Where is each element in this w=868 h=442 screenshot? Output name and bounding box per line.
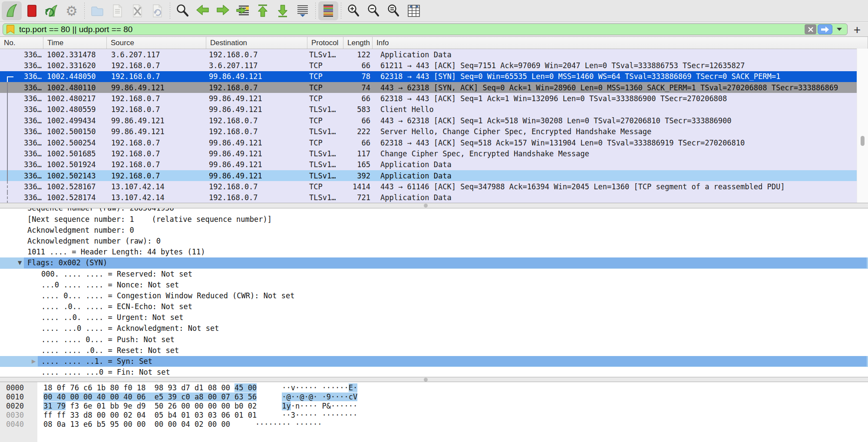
packet-row[interactable]: 336…1002.448050192.168.0.799.86.49.121TC… bbox=[0, 71, 868, 82]
resize-columns-button[interactable] bbox=[404, 1, 424, 20]
hex-bytes[interactable]: 00 40 00 00 40 00 40 06 e5 39 c0 a8 00 0… bbox=[43, 393, 257, 402]
detail-line[interactable]: ▼Flags: 0x002 (SYN) bbox=[0, 257, 868, 268]
packet-cell-destination: 3.6.207.117 bbox=[206, 61, 307, 70]
packet-list-scrollbar[interactable] bbox=[857, 49, 868, 203]
column-header-time[interactable]: Time bbox=[43, 37, 107, 49]
find-packet-button[interactable] bbox=[173, 1, 193, 20]
packet-cell-source: 192.168.0.7 bbox=[107, 105, 206, 114]
zoom-out-button[interactable] bbox=[364, 1, 384, 20]
detail-line[interactable]: .... .0.. .... = ECN-Echo: Not set bbox=[0, 301, 868, 312]
packet-cell-info: Application Data bbox=[373, 172, 868, 180]
packet-row[interactable]: 336…1002.502143192.168.0.799.86.49.121TL… bbox=[0, 170, 868, 181]
start-capture-button[interactable] bbox=[2, 1, 22, 20]
packet-cell-time: 1002.331620 bbox=[43, 61, 107, 70]
go-forward-button[interactable] bbox=[213, 1, 233, 20]
packet-list-pane: No.TimeSourceDestinationProtocolLengthIn… bbox=[0, 37, 868, 203]
packet-row[interactable]: 336…1002.52816713.107.42.14192.168.0.7TC… bbox=[0, 181, 868, 192]
column-header-destination[interactable]: Destination bbox=[206, 37, 307, 49]
detail-line[interactable]: ...0 .... .... = Nonce: Not set bbox=[0, 280, 868, 290]
packet-row[interactable]: 336…1002.331620192.168.0.73.6.207.117TCP… bbox=[0, 60, 868, 71]
splitter-handle-icon[interactable] bbox=[424, 378, 428, 382]
detail-line[interactable]: .... ..0. .... = Urgent: Not set bbox=[0, 312, 868, 323]
packet-list-header: No.TimeSourceDestinationProtocolLengthIn… bbox=[0, 37, 868, 49]
column-header-no[interactable]: No. bbox=[0, 37, 43, 49]
go-to-packet-button[interactable] bbox=[233, 1, 253, 20]
packet-cell-info: Application Data bbox=[373, 50, 868, 59]
stop-capture-button[interactable] bbox=[22, 1, 42, 20]
packet-row[interactable]: 336…1002.501924192.168.0.799.86.49.121TL… bbox=[0, 159, 868, 170]
packet-row[interactable]: 336…1002.50015099.86.49.121192.168.0.7TL… bbox=[0, 126, 868, 137]
packet-row[interactable]: 336…1002.480559192.168.0.799.86.49.121TL… bbox=[0, 104, 868, 115]
packet-cell-length: 78 bbox=[343, 72, 373, 81]
hex-bytes[interactable]: 18 0f 76 c6 1b 80 f0 18 98 93 d7 d1 08 0… bbox=[43, 383, 257, 393]
open-file-button[interactable] bbox=[87, 1, 107, 20]
detail-line[interactable]: ▶.... .... ..1. = Syn: Set bbox=[0, 356, 868, 367]
packet-cell-length: 165 bbox=[343, 160, 373, 169]
colorize-packets-button[interactable] bbox=[318, 1, 338, 20]
close-file-button[interactable] bbox=[127, 1, 147, 20]
packet-row[interactable]: 336…1002.500254192.168.0.799.86.49.121TC… bbox=[0, 137, 868, 148]
hex-bytes[interactable]: 31 79 f3 6e 01 bb 9e d9 50 26 00 00 00 0… bbox=[43, 402, 257, 411]
hex-row[interactable]: 000018 0f 76 c6 1b 80 f0 18 98 93 d7 d1 … bbox=[0, 383, 868, 393]
column-header-protocol[interactable]: Protocol bbox=[307, 37, 343, 49]
detail-line[interactable]: Acknowledgment number: 0 bbox=[0, 225, 868, 236]
pane-splitter-bottom[interactable] bbox=[0, 377, 868, 382]
wireshark-window: ⚙ bbox=[0, 0, 868, 442]
add-filter-button[interactable]: + bbox=[851, 23, 863, 37]
detail-line[interactable]: .... .... ...0 = Fin: Not set bbox=[0, 367, 868, 377]
detail-line[interactable]: 000. .... .... = Reserved: Not set bbox=[0, 269, 868, 280]
detail-line[interactable]: .... .... 0... = Push: Not set bbox=[0, 334, 868, 345]
packet-row[interactable]: 336…1002.48011099.86.49.121192.168.0.7TC… bbox=[0, 82, 868, 93]
column-header-length[interactable]: Length bbox=[343, 37, 373, 49]
column-header-source[interactable]: Source bbox=[107, 37, 206, 49]
pane-splitter-top[interactable] bbox=[0, 203, 868, 208]
conversation-mark-icon bbox=[7, 126, 8, 137]
hex-ascii[interactable]: ··3····· ········ bbox=[282, 411, 357, 420]
packet-row[interactable]: 336…1002.52817413.107.42.14192.168.0.7TL… bbox=[0, 192, 868, 203]
hex-row[interactable]: 004008 0a 13 e6 b5 95 00 00 00 00 04 02 … bbox=[0, 420, 868, 429]
clear-filter-button[interactable] bbox=[805, 24, 816, 34]
bookmark-icon[interactable] bbox=[6, 24, 15, 34]
hex-ascii[interactable]: ··v····· ······E· bbox=[282, 383, 357, 393]
display-filter-input[interactable]: tcp.port == 80 || udp.port == 80 bbox=[3, 23, 848, 35]
packet-row[interactable]: 336…1002.49943499.86.49.121192.168.0.7TC… bbox=[0, 115, 868, 126]
reload-file-button[interactable] bbox=[147, 1, 167, 20]
hex-segment: f3 6e 01 bb 9e d9 50 26 00 00 00 00 b0 0… bbox=[66, 402, 257, 410]
filter-dropdown-caret[interactable] bbox=[837, 28, 842, 31]
column-header-info[interactable]: Info bbox=[373, 37, 868, 49]
go-back-button[interactable] bbox=[193, 1, 213, 20]
packet-row[interactable]: 336…1002.3314783.6.207.117192.168.0.7TLS… bbox=[0, 49, 868, 60]
scrollbar-thumb[interactable] bbox=[861, 136, 865, 146]
hex-row[interactable]: 0030ff ff 33 d8 00 00 02 04 05 b4 01 03 … bbox=[0, 411, 868, 420]
detail-line[interactable]: Sequence number (raw): 2865041958 bbox=[0, 208, 868, 214]
capture-options-button[interactable]: ⚙ bbox=[62, 1, 82, 20]
hex-bytes[interactable]: ff ff 33 d8 00 00 02 04 05 b4 01 03 03 0… bbox=[43, 411, 257, 420]
hex-row[interactable]: 002031 79 f3 6e 01 bb 9e d9 50 26 00 00 … bbox=[0, 402, 868, 411]
detail-line[interactable]: .... 0... .... = Congestion Window Reduc… bbox=[0, 290, 868, 301]
zoom-reset-button[interactable] bbox=[384, 1, 404, 20]
detail-line[interactable]: .... ...0 .... = Acknowledgment: Not set bbox=[0, 323, 868, 334]
detail-line[interactable]: [Next sequence number: 1 (relative seque… bbox=[0, 214, 868, 225]
save-file-button[interactable] bbox=[107, 1, 127, 20]
detail-line[interactable]: .... .... .0.. = Reset: Not set bbox=[0, 345, 868, 356]
go-first-packet-button[interactable] bbox=[253, 1, 273, 20]
splitter-handle-icon[interactable] bbox=[424, 204, 428, 208]
hex-ascii[interactable]: 1y·n···· P&······ bbox=[282, 402, 357, 411]
auto-scroll-button[interactable] bbox=[293, 1, 313, 20]
packet-row[interactable]: 336…1002.480217192.168.0.799.86.49.121TC… bbox=[0, 93, 868, 104]
zoom-in-button[interactable] bbox=[344, 1, 364, 20]
hex-ascii[interactable]: ·@··@·@· ·9····cV bbox=[282, 393, 357, 402]
detail-line[interactable]: 1011 .... = Header Length: 44 bytes (11) bbox=[0, 247, 868, 257]
apply-filter-button[interactable] bbox=[818, 24, 832, 34]
detail-line[interactable]: Acknowledgment number (raw): 0 bbox=[0, 236, 868, 247]
packet-row[interactable]: 336…1002.501685192.168.0.799.86.49.121TL… bbox=[0, 148, 868, 159]
restart-capture-button[interactable] bbox=[42, 1, 62, 20]
packet-cell-source: 99.86.49.121 bbox=[107, 127, 206, 136]
hex-bytes[interactable]: 08 0a 13 e6 b5 95 00 00 00 00 04 02 00 0… bbox=[43, 420, 230, 429]
hex-ascii[interactable]: ········ ······ bbox=[255, 420, 322, 429]
packet-cell-no: 336… bbox=[0, 172, 43, 180]
packet-cell-time: 1002.480559 bbox=[43, 105, 107, 114]
go-to-packet-icon bbox=[235, 3, 251, 19]
hex-row[interactable]: 001000 40 00 00 40 00 40 06 e5 39 c0 a8 … bbox=[0, 393, 868, 402]
go-last-packet-button[interactable] bbox=[273, 1, 293, 20]
